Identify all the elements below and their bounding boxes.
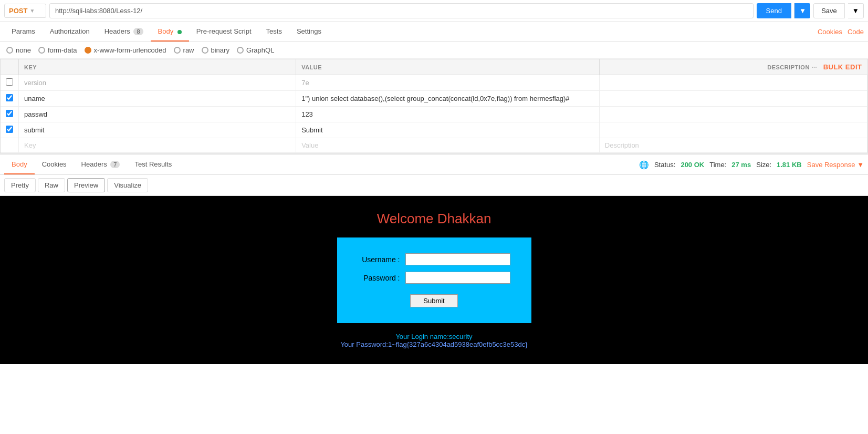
row-checkbox-cell-empty xyxy=(1,138,19,153)
row-key[interactable]: uname xyxy=(19,91,296,107)
tab-prerequest[interactable]: Pre-request Script xyxy=(189,22,259,42)
request-tabs: Params Authorization Headers 8 Body Pre-… xyxy=(0,22,868,42)
radio-raw xyxy=(174,47,181,54)
code-link[interactable]: Code xyxy=(848,28,864,36)
row-value[interactable]: 123 xyxy=(296,107,600,122)
row-checkbox[interactable] xyxy=(6,78,13,86)
size-label: Size: xyxy=(756,161,771,169)
resp-tab-cookies[interactable]: Cookies xyxy=(35,155,74,174)
bulk-edit-button[interactable]: Bulk Edit xyxy=(823,63,862,71)
table-row: submit Submit xyxy=(1,122,867,138)
response-meta: 🌐 Status: 200 OK Time: 27 ms Size: 1.81 … xyxy=(639,160,864,170)
username-input[interactable] xyxy=(405,253,510,265)
body-type-none[interactable]: none xyxy=(6,46,31,54)
table-row-empty: Key Value Description xyxy=(1,138,867,153)
row-checkbox-cell xyxy=(1,107,19,122)
params-table: KEY VALUE DESCRIPTION ··· Bulk Edit vers… xyxy=(1,59,867,153)
radio-urlencoded xyxy=(85,47,91,54)
view-tab-visualize[interactable]: Visualize xyxy=(107,178,148,192)
col-header-check xyxy=(1,59,19,75)
tab-settings[interactable]: Settings xyxy=(289,22,329,42)
row-checkbox[interactable] xyxy=(6,110,13,117)
row-key[interactable]: version xyxy=(19,75,296,91)
password-row: Password : xyxy=(358,272,510,284)
status-value: 200 OK xyxy=(681,161,704,169)
tab-body[interactable]: Body xyxy=(151,22,189,42)
status-label: Status: xyxy=(654,161,675,169)
row-description[interactable] xyxy=(599,75,867,91)
body-type-graphql[interactable]: GraphQL xyxy=(237,46,274,54)
row-key[interactable]: passwd xyxy=(19,107,296,122)
method-label: POST xyxy=(9,7,27,15)
url-input[interactable] xyxy=(49,3,754,18)
body-type-formdata[interactable]: form-data xyxy=(38,46,77,54)
preview-frame: Welcome Dhakkan Username : Password : Su… xyxy=(0,196,868,364)
save-dropdown-button[interactable]: ▼ xyxy=(848,3,864,18)
password-input[interactable] xyxy=(405,272,510,284)
tab-tests[interactable]: Tests xyxy=(259,22,289,42)
row-checkbox[interactable] xyxy=(6,94,13,101)
table-row: version 7e xyxy=(1,75,867,91)
view-tabs: Pretty Raw Preview Visualize xyxy=(0,175,868,196)
row-description-empty[interactable]: Description xyxy=(599,138,867,153)
save-response-button[interactable]: Save Response ▼ xyxy=(807,161,864,169)
row-value-empty[interactable]: Value xyxy=(296,138,600,153)
username-label: Username : xyxy=(358,255,400,264)
right-actions: Cookies Code xyxy=(818,28,864,36)
col-header-value: VALUE xyxy=(296,59,600,75)
time-label: Time: xyxy=(709,161,726,169)
resp-tab-headers[interactable]: Headers 7 xyxy=(74,155,128,174)
tab-authorization[interactable]: Authorization xyxy=(43,22,97,42)
tab-params[interactable]: Params xyxy=(4,22,43,42)
password-label: Password : xyxy=(358,274,400,282)
size-value: 1.81 KB xyxy=(777,161,802,169)
time-value: 27 ms xyxy=(731,161,751,169)
tab-headers[interactable]: Headers 8 xyxy=(97,22,151,42)
globe-icon: 🌐 xyxy=(639,160,649,170)
submit-button[interactable]: Submit xyxy=(410,294,457,307)
row-checkbox-cell xyxy=(1,122,19,138)
body-type-binary[interactable]: binary xyxy=(202,46,229,54)
row-key-empty[interactable]: Key xyxy=(19,138,296,153)
dots-icon: ··· xyxy=(811,64,817,70)
save-button[interactable]: Save xyxy=(813,3,845,18)
body-type-raw[interactable]: raw xyxy=(174,46,194,54)
top-bar: POST ▼ Send ▼ Save ▼ xyxy=(0,0,868,22)
send-dropdown-button[interactable]: ▼ xyxy=(794,3,810,18)
row-checkbox[interactable] xyxy=(6,126,13,133)
method-selector[interactable]: POST ▼ xyxy=(4,4,46,18)
row-description[interactable] xyxy=(599,122,867,138)
resp-tab-test-results[interactable]: Test Results xyxy=(127,155,179,174)
row-description[interactable] xyxy=(599,107,867,122)
cookies-link[interactable]: Cookies xyxy=(818,28,842,36)
row-description[interactable] xyxy=(599,91,867,107)
welcome-heading: Welcome Dhakkan xyxy=(377,211,491,227)
row-key[interactable]: submit xyxy=(19,122,296,138)
table-row: passwd 123 xyxy=(1,107,867,122)
col-header-key: KEY xyxy=(19,59,296,75)
view-tab-preview[interactable]: Preview xyxy=(67,178,105,192)
response-section: Body Cookies Headers 7 Test Results 🌐 St… xyxy=(0,153,868,175)
row-value[interactable]: 1") union select database(),(select grou… xyxy=(296,91,600,107)
body-type-urlencoded[interactable]: x-www-form-urlencoded xyxy=(85,46,166,54)
resp-tab-body[interactable]: Body xyxy=(4,155,35,174)
method-dropdown-icon: ▼ xyxy=(29,8,35,14)
view-tab-pretty[interactable]: Pretty xyxy=(4,178,36,192)
table-row: uname 1") union select database(),(selec… xyxy=(1,91,867,107)
col-header-description: DESCRIPTION ··· Bulk Edit xyxy=(599,59,867,75)
row-checkbox-cell xyxy=(1,75,19,91)
params-table-section: KEY VALUE DESCRIPTION ··· Bulk Edit vers… xyxy=(0,59,868,153)
row-checkbox-cell xyxy=(1,91,19,107)
dhakkan-word: Dhakkan xyxy=(437,211,491,226)
welcome-word: Welcome xyxy=(377,211,437,226)
view-tab-raw[interactable]: Raw xyxy=(38,178,65,192)
radio-binary xyxy=(202,47,208,54)
send-button[interactable]: Send xyxy=(757,3,791,18)
row-value[interactable]: 7e xyxy=(296,75,600,91)
footer-password: Your Password:1~flag{327a6c4304ad5938eaf… xyxy=(340,340,527,348)
radio-formdata xyxy=(38,47,45,54)
username-row: Username : xyxy=(358,253,510,265)
radio-none xyxy=(6,47,13,54)
row-value[interactable]: Submit xyxy=(296,122,600,138)
footer-text: Your Login name:security Your Password:1… xyxy=(340,333,527,348)
